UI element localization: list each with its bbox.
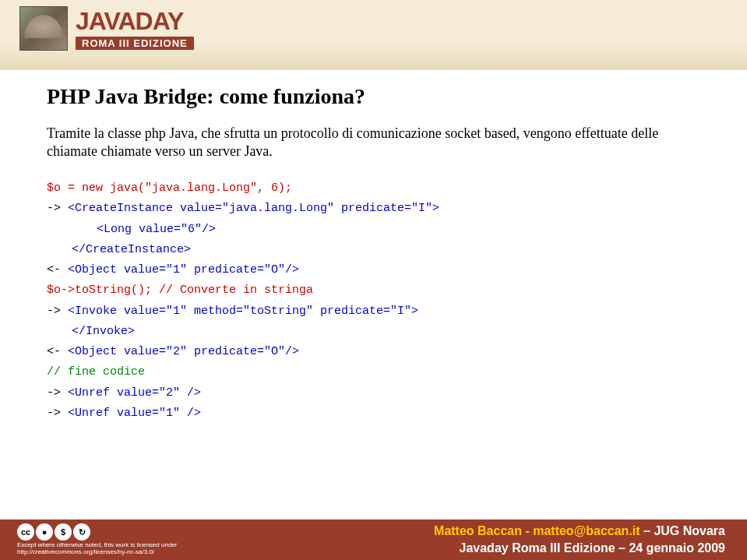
logo-container: JAVADAY ROMA III EDIZIONE xyxy=(19,6,194,51)
author-line: Matteo Baccan - matteo@baccan.it – JUG N… xyxy=(434,523,725,540)
code-call: $o = new java("java.lang.Long", 6); xyxy=(47,181,292,195)
footer-right: Matteo Baccan - matteo@baccan.it – JUG N… xyxy=(434,523,725,556)
nc-icon: $ xyxy=(55,523,72,541)
cc-line2: http://creativecommons.org/licenses/by-n… xyxy=(17,549,177,556)
code-xml: <Unref value="1" /> xyxy=(68,407,201,420)
content-area: PHP Java Bridge: come funziona? Tramite … xyxy=(47,84,700,424)
code-line: </CreateInstance> xyxy=(47,240,700,260)
code-xml: <Unref value="2" /> xyxy=(68,386,201,400)
code-comment: // fine codice xyxy=(47,365,145,379)
code-block: $o = new java("java.lang.Long", 6); -> <… xyxy=(47,178,700,424)
sa-icon: ↻ xyxy=(73,523,90,541)
code-line: $o->toString(); // Converte in stringa xyxy=(47,280,700,301)
cc-license-text: Except where otherwise noted, this work … xyxy=(17,542,177,556)
code-line: // fine codice xyxy=(47,362,700,382)
code-arrow: -> xyxy=(47,305,68,318)
cc-icons-row: cc ● $ ↻ xyxy=(17,523,177,541)
description-text: Tramite la classe php Java, che sfrutta … xyxy=(47,125,700,160)
code-arrow: -> xyxy=(47,386,68,400)
header-band: JAVADAY ROMA III EDIZIONE xyxy=(0,0,747,70)
code-line: <Long value="6"/> xyxy=(47,220,700,240)
author-name: Matteo Baccan - matteo@baccan.it xyxy=(434,524,640,537)
code-arrow: <- xyxy=(47,263,68,276)
code-line: </Invoke> xyxy=(47,322,700,342)
code-line: $o = new java("java.lang.Long", 6); xyxy=(47,178,700,199)
event-line: Javaday Roma III Edizione – 24 gennaio 2… xyxy=(434,540,725,557)
code-arrow: -> xyxy=(47,407,68,420)
code-line: -> <Unref value="1" /> xyxy=(47,403,700,424)
edition-label: ROMA III EDIZIONE xyxy=(76,37,194,50)
code-xml: <Long value="6"/> xyxy=(97,223,216,236)
by-icon: ● xyxy=(36,523,53,541)
code-call: $o->toString(); // Converte in stringa xyxy=(47,284,313,297)
code-xml: <Object value="2" predicate="O"/> xyxy=(68,345,299,358)
cc-license-badge: cc ● $ ↻ Except where otherwise noted, t… xyxy=(17,523,177,556)
code-arrow: -> xyxy=(47,202,68,215)
footer: cc ● $ ↻ Except where otherwise noted, t… xyxy=(0,519,747,560)
brand-name: JAVADAY xyxy=(76,7,194,36)
cc-icon: cc xyxy=(17,523,34,541)
code-line: -> <Invoke value="1" method="toString" p… xyxy=(47,301,700,322)
logo-colosseum-image xyxy=(19,6,68,51)
jug-name: – JUG Novara xyxy=(640,524,725,537)
code-line: <- <Object value="2" predicate="O"/> xyxy=(47,342,700,362)
page-title: PHP Java Bridge: come funziona? xyxy=(47,84,700,109)
code-xml: <Object value="1" predicate="O"/> xyxy=(68,263,299,276)
code-line: -> <Unref value="2" /> xyxy=(47,383,700,403)
code-line: <- <Object value="1" predicate="O"/> xyxy=(47,260,700,280)
code-xml: <CreateInstance value="java.lang.Long" p… xyxy=(68,202,439,215)
logo-text-block: JAVADAY ROMA III EDIZIONE xyxy=(76,7,194,50)
code-line: -> <CreateInstance value="java.lang.Long… xyxy=(47,199,700,219)
code-xml: </Invoke> xyxy=(72,325,135,338)
code-xml: <Invoke value="1" method="toString" pred… xyxy=(68,305,418,318)
code-arrow: <- xyxy=(47,345,68,358)
code-xml: </CreateInstance> xyxy=(72,243,191,256)
